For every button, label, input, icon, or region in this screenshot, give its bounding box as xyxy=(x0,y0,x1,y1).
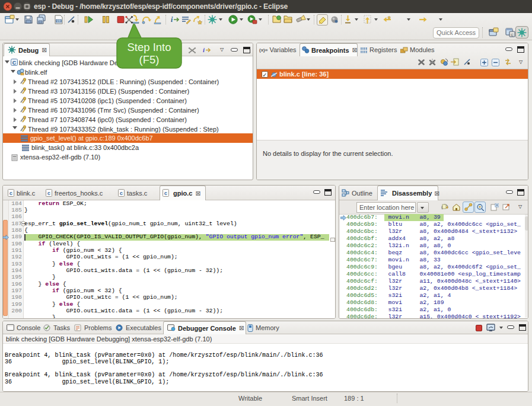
svg-text:c: c xyxy=(164,191,167,197)
svg-text:c: c xyxy=(120,191,123,197)
svg-text:c: c xyxy=(47,191,50,197)
svg-text:i: i xyxy=(203,46,205,53)
svg-text:c: c xyxy=(9,191,12,197)
svg-text:010: 010 xyxy=(56,19,62,23)
svg-text:C: C xyxy=(511,33,514,37)
svg-text:C: C xyxy=(12,60,17,66)
